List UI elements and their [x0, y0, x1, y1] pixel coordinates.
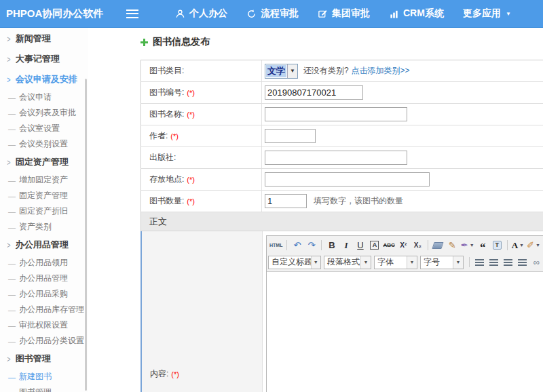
sidebar-scrollbar[interactable] — [85, 79, 87, 391]
paste-text-icon[interactable]: T — [490, 239, 504, 252]
undo-icon[interactable]: ↶ — [290, 239, 304, 252]
nav-item-personal-office[interactable]: 个人办公 — [175, 7, 227, 20]
sidebar-item-label: 办公用品管理 — [19, 273, 68, 284]
form-row-publisher: 出版社: — [141, 147, 543, 169]
quantity-input[interactable] — [265, 194, 307, 208]
sidebar-item-5-1[interactable]: —办公用品领用 — [0, 255, 88, 271]
editor-content-area[interactable] — [267, 272, 543, 392]
dash-icon: — — [8, 290, 16, 298]
align-left-button[interactable] — [472, 256, 487, 269]
field-label: 图书数量: — [149, 195, 184, 207]
sidebar-item-3-2[interactable]: —会议列表及审批 — [0, 105, 88, 121]
chevron-down-icon: ▼ — [311, 256, 320, 269]
color-pen-icon: ✒ — [461, 241, 468, 250]
sidebar-group-label: 图书管理 — [16, 353, 51, 365]
sidebar-item-6-1[interactable]: —新建图书 — [0, 369, 88, 385]
sidebar-item-label: 会议列表及审批 — [19, 107, 76, 119]
sidebar-item-3-1[interactable]: —会议申请 — [0, 90, 88, 105]
subscript-button[interactable]: X₂ — [411, 239, 425, 252]
sidebar-item-5-2[interactable]: —办公用品管理 — [0, 271, 88, 286]
form-row-book-number: 图书编号:(*) — [141, 82, 543, 104]
sidebar-item-3-4[interactable]: —会议类别设置 — [0, 136, 88, 152]
subscript-button: X₂ — [414, 242, 422, 249]
redo-icon[interactable]: ↷ — [304, 239, 318, 252]
bold-button[interactable]: B — [324, 239, 339, 252]
book-number-input[interactable] — [265, 85, 363, 100]
paragraph-format-select[interactable]: 段落格式▼ — [324, 256, 371, 269]
category-select[interactable]: 文学 ▼ — [265, 64, 298, 79]
nav-item-process-approval[interactable]: 流程审批 — [246, 7, 299, 20]
sidebar-group-4[interactable]: >固定资产管理 — [0, 152, 88, 172]
font-color-button[interactable]: A▼ — [510, 239, 525, 252]
superscript-button[interactable]: X² — [396, 239, 411, 252]
nav-item-group-approval[interactable]: 集团审批 — [318, 7, 370, 20]
sidebar-group-6[interactable]: >图书管理 — [0, 349, 88, 369]
sidebar-item-label: 会议室设置 — [19, 123, 60, 134]
toolbar-separator — [286, 240, 287, 250]
dash-icon: — — [8, 94, 16, 102]
underline-button[interactable]: U — [353, 239, 367, 252]
nav-item-more-apps[interactable]: 更多应用 ▼ — [463, 7, 511, 20]
dash-icon: — — [8, 140, 16, 149]
main-content: 图书信息发布 图书类目: 文学 ▼ 还没有类别? 点击添加类别>> 图书编号:(… — [88, 27, 543, 392]
sidebar-item-4-4[interactable]: —资产类别 — [0, 219, 88, 235]
toolbar-separator — [428, 240, 428, 250]
strikethrough-button[interactable]: ABC — [381, 239, 396, 252]
location-input[interactable] — [265, 172, 430, 187]
font-size-select[interactable]: 字号▼ — [420, 256, 464, 269]
remove-format-button[interactable]: A — [367, 239, 381, 252]
sidebar-item-4-1[interactable]: —增加固定资产 — [0, 172, 88, 188]
form-row-location: 存放地点:(*) — [141, 169, 543, 191]
link-icon[interactable]: ∞ — [529, 256, 543, 269]
sidebar-group-5[interactable]: >办公用品管理 — [0, 235, 88, 255]
sidebar-item-label: 会议申请 — [19, 92, 52, 103]
eraser-icon[interactable] — [431, 239, 445, 252]
html-source-button[interactable]: HTML — [268, 239, 284, 252]
undo-icon: ↶ — [294, 241, 301, 250]
align-right-button[interactable] — [501, 256, 515, 269]
highlight-pen-button[interactable]: ✐▼ — [525, 239, 542, 252]
sidebar-item-5-6[interactable]: —办公用品分类设置 — [0, 333, 88, 349]
sidebar-item-5-5[interactable]: —审批权限设置 — [0, 317, 88, 333]
nav-label: 集团审批 — [332, 7, 370, 20]
toolbar-separator — [469, 257, 470, 267]
required-marker: (*) — [187, 111, 195, 119]
sidebar-group-2[interactable]: >大事记管理 — [0, 49, 88, 69]
add-category-link[interactable]: 点击添加类别>> — [352, 65, 410, 77]
clean-brush-icon[interactable]: ✎ — [445, 239, 460, 252]
font-family-select[interactable]: 字体▼ — [374, 256, 417, 269]
align-center-button[interactable] — [487, 256, 501, 269]
field-label: 出版社: — [149, 152, 176, 163]
underline-button: U — [357, 241, 363, 250]
author-input[interactable] — [265, 129, 316, 143]
hamburger-menu-icon[interactable] — [126, 9, 138, 18]
dash-icon: — — [8, 176, 16, 184]
field-label: 内容: — [150, 368, 168, 380]
chevron-right-icon: > — [7, 75, 10, 83]
sidebar-item-5-4[interactable]: —办公用品库存管理 — [0, 302, 88, 317]
sidebar-group-label: 大事记管理 — [16, 53, 60, 65]
sidebar-group-1[interactable]: >新闻管理 — [0, 28, 88, 49]
required-marker: (*) — [171, 370, 179, 378]
sidebar-item-5-3[interactable]: —办公用品采购 — [0, 286, 88, 302]
italic-button[interactable]: I — [339, 239, 353, 252]
color-pen-icon[interactable]: ✒▼ — [460, 239, 476, 252]
select-label: 自定义标题 — [269, 256, 311, 269]
align-justify-button[interactable] — [515, 256, 529, 269]
book-name-input[interactable] — [265, 107, 407, 121]
sidebar-group-3[interactable]: >会议申请及安排 — [0, 69, 88, 90]
sidebar-item-4-2[interactable]: —固定资产管理 — [0, 188, 88, 203]
person-icon — [175, 9, 185, 19]
blockquote-icon[interactable]: “ — [476, 239, 490, 252]
nav-item-crm-system[interactable]: CRM系统 — [389, 7, 444, 20]
dash-icon: — — [8, 321, 16, 330]
align-left-button — [475, 259, 484, 266]
sidebar-item-6-2[interactable]: —图书管理 — [0, 385, 88, 392]
align-justify-button — [518, 259, 527, 266]
publisher-input[interactable] — [265, 151, 407, 165]
required-marker: (*) — [187, 197, 195, 205]
superscript-button: X² — [400, 242, 407, 249]
sidebar-item-3-3[interactable]: —会议室设置 — [0, 121, 88, 136]
custom-title-select[interactable]: 自定义标题▼ — [268, 256, 321, 269]
sidebar-item-4-3[interactable]: —固定资产折旧 — [0, 203, 88, 219]
